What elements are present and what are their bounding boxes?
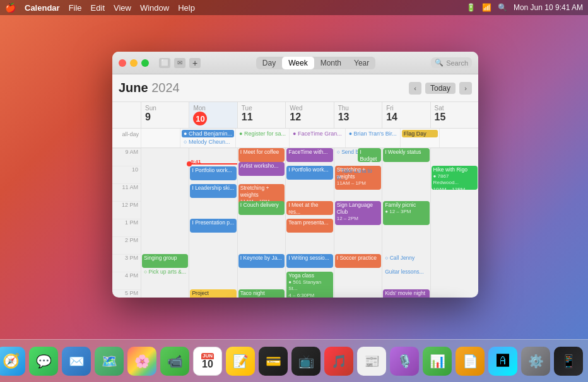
search-box[interactable]: 🔍 Search: [431, 57, 472, 68]
allday-event-facetime[interactable]: ● FaceTime Gran...: [291, 130, 344, 137]
day-name-fri: Fri: [386, 105, 427, 112]
event-budget-meeting[interactable]: I Budget meeting: [358, 148, 381, 162]
dock-photos[interactable]: 🌸: [127, 347, 156, 376]
add-event-button[interactable]: +: [189, 58, 201, 68]
menubar-app-name[interactable]: Calendar: [25, 3, 60, 13]
dock-mail[interactable]: ✉️: [62, 347, 91, 376]
dock-music[interactable]: 🎵: [324, 347, 353, 376]
dock-maps[interactable]: 🗺️: [95, 347, 124, 376]
cal-header: June 2024 ‹ Today ›: [112, 74, 478, 102]
event-portfolio-work-wed[interactable]: I Portfolio work...: [286, 166, 332, 180]
dock-news[interactable]: 📰: [357, 347, 386, 376]
time-10: 10: [112, 166, 141, 183]
tab-year[interactable]: Year: [348, 57, 375, 69]
cal-nav: ‹ Today ›: [409, 82, 472, 95]
next-week-button[interactable]: ›: [459, 82, 472, 95]
dock-iphone[interactable]: 📱: [554, 347, 583, 376]
dock-numbers[interactable]: 📊: [423, 347, 452, 376]
event-pickup-arts[interactable]: ○ Pick up arts &...: [142, 268, 188, 281]
close-button[interactable]: [119, 59, 126, 67]
allday-event-flagday[interactable]: Flag Day: [402, 130, 438, 137]
event-meet-coffee[interactable]: I Meet for coffee: [238, 148, 285, 162]
day-name-thu: Thu: [338, 105, 379, 112]
minimize-button[interactable]: [130, 59, 138, 67]
dock-appletv[interactable]: 📺: [291, 347, 320, 376]
day-num-sat: 15: [435, 112, 446, 123]
day-col-tue: I Meet for coffee Artist worksho... Stre…: [237, 148, 285, 298]
event-couch-delivery[interactable]: I Couch delivery: [238, 201, 285, 215]
event-singing-group[interactable]: Singing group: [142, 254, 188, 268]
dock-messages[interactable]: 💬: [29, 347, 58, 376]
day-header-thu[interactable]: Thu 13: [334, 102, 382, 128]
dock-calendar[interactable]: JUN 10: [193, 347, 222, 376]
menubar-help[interactable]: Help: [178, 3, 195, 13]
allday-event-register[interactable]: ● Register for sa...: [237, 130, 288, 137]
event-call-jenny[interactable]: ○ Call Jenny: [383, 254, 429, 268]
event-presentation[interactable]: I Presentation p...: [190, 219, 236, 233]
day-num-thu: 13: [338, 112, 350, 123]
prev-week-button[interactable]: ‹: [409, 82, 421, 95]
day-header-sat[interactable]: Sat 15: [430, 102, 478, 128]
event-yoga[interactable]: Yoga class ● 501 Stanyan St... 4 – 6:30P…: [286, 272, 332, 298]
event-portfolio-work-mon[interactable]: I Portfolio work...: [190, 166, 236, 180]
event-taco-night[interactable]: Taco night: [238, 289, 285, 298]
event-team-presenta[interactable]: Team presenta...: [286, 219, 332, 233]
allday-row: all-day ● Chad Benjamin... ○ Melody Cheu…: [112, 129, 478, 148]
dock-wallet[interactable]: 💳: [259, 347, 288, 376]
time-2pm: 2 PM: [112, 236, 141, 254]
day-header-tue[interactable]: Tue 11: [237, 102, 285, 128]
apple-menu[interactable]: 🍎: [5, 3, 16, 13]
event-sign-language[interactable]: Sign Language Club 12 – 2PM: [335, 201, 381, 225]
event-artist-workshop[interactable]: Artist worksho...: [238, 162, 285, 176]
dock-safari[interactable]: 🧭: [0, 347, 25, 376]
day-header-sun[interactable]: Sun 9: [141, 102, 189, 128]
event-kids-movie[interactable]: Kids' movie night: [383, 289, 429, 298]
event-soccer[interactable]: I Soccer practice: [335, 254, 381, 268]
event-meet-res[interactable]: I Meet at the res...: [286, 201, 332, 215]
today-button[interactable]: Today: [425, 83, 456, 94]
day-header-fri[interactable]: Fri 14: [382, 102, 430, 128]
allday-event-brian[interactable]: ● Brian Tran's Bir...: [347, 130, 399, 137]
allday-event-melody[interactable]: ○ Melody Cheun...: [182, 138, 234, 146]
event-family-picnic[interactable]: Family picnic ● 12 – 3PM: [383, 201, 429, 225]
event-leadership[interactable]: I Leadership ski...: [190, 184, 236, 198]
dock-facetime[interactable]: 📹: [160, 347, 189, 376]
allday-label: all-day: [112, 129, 141, 148]
event-guitar-lessons[interactable]: Guitar lessons...: [383, 268, 429, 282]
menubar-edit[interactable]: Edit: [91, 3, 105, 13]
menubar-file[interactable]: File: [69, 3, 82, 13]
event-project-presentations[interactable]: Project presentations 8 – 7PM: [190, 289, 236, 298]
menubar-window[interactable]: Window: [140, 3, 169, 13]
event-hike[interactable]: Hike with Rigo ● 7867 Redwood... 10AM – …: [432, 166, 478, 190]
days-header: Sun 9 Mon 10 Tue 11 Wed 12: [112, 102, 478, 129]
time-12pm: 12 PM: [112, 201, 141, 219]
dock: 😊 ⠿ 🧭 💬 ✉️ 🗺️ 🌸 📹 JUN 10 📝 💳 📺 🎵 📰: [0, 339, 588, 382]
zoom-button[interactable]: [141, 59, 149, 67]
day-header-wed[interactable]: Wed 12: [285, 102, 333, 128]
dock-pages[interactable]: 📄: [456, 347, 485, 376]
day-header-mon[interactable]: Mon 10: [189, 102, 237, 128]
menubar-view[interactable]: View: [114, 3, 131, 13]
event-facetime-with[interactable]: FaceTime with...: [286, 148, 332, 162]
event-writing-session[interactable]: I Writing sessio...: [286, 254, 332, 268]
allday-cell-sun: [141, 129, 180, 148]
event-keynote[interactable]: I Keynote by Ja...: [238, 254, 285, 268]
dock-podcasts[interactable]: 🎙️: [390, 347, 419, 376]
dock-appstore[interactable]: 🅰: [488, 347, 517, 376]
tab-month[interactable]: Month: [314, 57, 348, 69]
allday-event-chad[interactable]: ● Chad Benjamin...: [182, 130, 234, 137]
event-take-luna[interactable]: ○ Take Luna to th...: [335, 167, 381, 181]
titlebar-controls: ⬜ ✉ +: [159, 58, 201, 68]
sidebar-toggle-button[interactable]: ⬜: [159, 58, 170, 68]
day-num-tue: 11: [242, 112, 253, 123]
tab-day[interactable]: Day: [256, 57, 282, 69]
dock-settings[interactable]: ⚙️: [521, 347, 550, 376]
tab-week[interactable]: Week: [282, 57, 314, 69]
time-4pm: 4 PM: [112, 272, 141, 289]
view-tabs: Day Week Month Year: [256, 57, 375, 69]
toolbar-button[interactable]: ✉: [174, 58, 185, 68]
day-num-fri: 14: [386, 112, 397, 123]
dock-notes[interactable]: 📝: [226, 347, 255, 376]
event-weekly-status[interactable]: I Weekly status: [383, 148, 429, 162]
corner-cell: [112, 102, 141, 128]
